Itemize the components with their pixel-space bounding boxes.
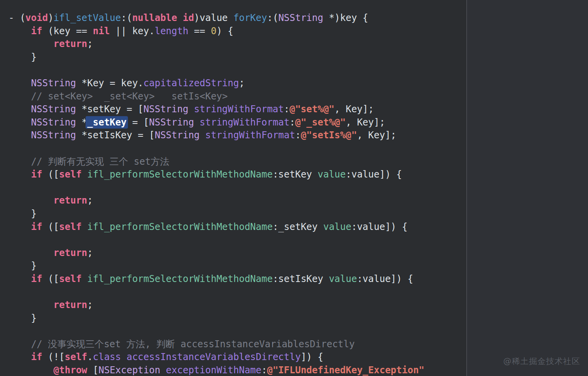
code-token: *setKey = [	[76, 104, 143, 115]
code-token: exceptionWithName	[166, 365, 262, 376]
code-line: return;	[9, 38, 466, 51]
code-token: @throw	[54, 365, 88, 376]
code-token: NSException	[98, 365, 160, 376]
code-token: @"IFLUndefinedKey_Exception"	[267, 365, 425, 376]
code-token	[9, 247, 54, 258]
editor-window: - (void)ifl_setValue:(nullable id)value …	[0, 0, 588, 376]
code-token: // 判断有无实现 三个 set方法	[9, 156, 169, 167]
code-token: stringWithFormat	[194, 104, 284, 115]
code-line: // 判断有无实现 三个 set方法	[9, 155, 466, 169]
code-token	[82, 169, 87, 180]
code-token: :setIsKey	[273, 273, 329, 284]
code-token: }	[9, 260, 37, 271]
code-area[interactable]: - (void)ifl_setValue:(nullable id)value …	[0, 0, 466, 376]
code-token: NSString	[31, 117, 76, 128]
code-token: return	[54, 195, 88, 206]
code-token: :value]) {	[346, 169, 402, 180]
code-token: // 没事实现三个set 方法, 判断 accessInstanceVariab…	[9, 339, 355, 350]
code-token: ]) {	[301, 352, 323, 362]
code-token: self	[59, 169, 82, 180]
code-token: ) {	[217, 26, 233, 37]
code-token: ;	[239, 78, 244, 89]
code-token: forKey	[233, 12, 267, 23]
code-line: }	[9, 51, 466, 64]
code-token: ([	[42, 221, 59, 232]
code-token	[82, 273, 87, 284]
code-token: self	[59, 273, 82, 284]
code-token	[9, 352, 31, 362]
code-line: }	[9, 207, 466, 221]
code-line	[9, 233, 466, 247]
code-token: capitalizedString	[144, 78, 239, 89]
code-token: *setIsKey = [	[76, 130, 154, 141]
code-token: ifl_performSelectorWithMethodName	[87, 169, 273, 180]
code-token: :value]) {	[357, 273, 413, 284]
code-token: , Key];	[357, 130, 396, 141]
code-line	[9, 325, 466, 338]
code-line: // 没事实现三个set 方法, 判断 accessInstanceVariab…	[9, 338, 466, 351]
code-token: ;	[87, 195, 93, 206]
code-token: NSString	[31, 78, 76, 89]
code-token	[9, 169, 31, 180]
code-line: // set<Key> _set<Key> setIs<Key>	[9, 90, 466, 103]
code-token: [	[87, 365, 98, 376]
code-token	[9, 130, 31, 141]
code-token	[9, 273, 31, 284]
code-token: length	[155, 26, 189, 37]
code-line: if ([self ifl_performSelectorWithMethodN…	[9, 221, 466, 234]
code-token: ==	[188, 26, 211, 37]
code-line: - (void)ifl_setValue:(nullable id)value …	[9, 12, 466, 25]
code-token: :(	[121, 12, 132, 23]
code-token: :	[295, 130, 301, 141]
selected-token: _setKey	[86, 116, 128, 129]
code-token: nullable id	[132, 12, 194, 23]
code-token	[9, 117, 31, 128]
code-token: ;	[87, 38, 93, 49]
code-token: :setKey	[273, 169, 318, 180]
code-token: , Key];	[334, 104, 374, 115]
code-token: ;	[87, 247, 93, 258]
code-token	[194, 117, 200, 128]
code-token	[9, 365, 54, 376]
code-token: ifl_performSelectorWithMethodName	[87, 221, 273, 232]
code-token: NSString	[31, 130, 76, 141]
code-line: NSString *setIsKey = [NSString stringWit…	[9, 129, 466, 142]
code-line: @throw [NSException exceptionWithName:@"…	[9, 364, 466, 376]
code-token	[121, 352, 126, 362]
code-line: return;	[9, 247, 466, 260]
code-token: ifl_setValue	[54, 12, 121, 23]
code-line	[9, 142, 466, 155]
code-token	[188, 104, 194, 115]
code-token	[160, 365, 166, 376]
code-token: }	[9, 313, 37, 324]
code-token: = [	[126, 117, 149, 128]
code-token: *)key {	[323, 12, 368, 23]
code-line: }	[9, 259, 466, 273]
code-line: NSString *Key = key.capitalizedString;	[9, 77, 466, 90]
code-token: class	[93, 352, 121, 362]
code-token: .	[87, 352, 93, 362]
code-token	[9, 26, 31, 37]
code-token: stringWithFormat	[205, 130, 295, 141]
code-token	[9, 104, 31, 115]
code-token: :_setKey	[273, 221, 323, 232]
code-token: NSString	[149, 117, 194, 128]
watermark: @稀土掘金技术社区	[503, 356, 580, 367]
code-token: @"setIs%@"	[301, 130, 357, 141]
code-token: (key ==	[42, 26, 93, 37]
code-line	[9, 64, 466, 77]
code-token: accessInstanceVariablesDirectly	[126, 352, 301, 362]
code-token: return	[54, 247, 88, 258]
code-token: self	[59, 221, 82, 232]
code-token: NSString	[144, 104, 189, 115]
code-token: void	[25, 12, 48, 23]
code-token: :(	[267, 12, 278, 23]
code-token: , Key];	[346, 117, 385, 128]
code-token: if	[31, 26, 42, 37]
code-token: :value]) {	[351, 221, 408, 232]
code-token: return	[54, 38, 88, 49]
code-token: || key.	[110, 26, 155, 37]
code-token	[200, 130, 205, 141]
code-token: :	[284, 104, 289, 115]
code-token	[9, 195, 54, 206]
